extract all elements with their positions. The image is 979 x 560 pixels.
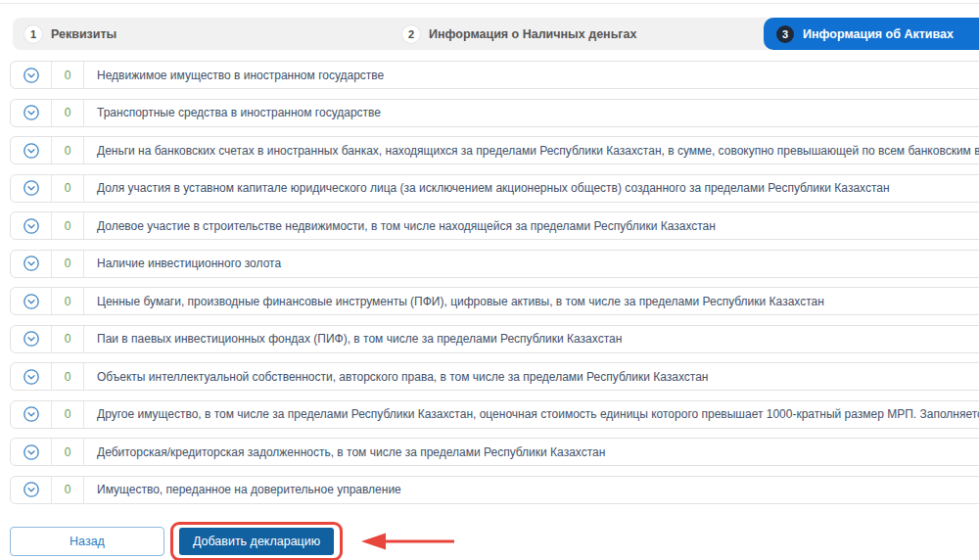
row-label: Объекты интеллектуальной собственности, … xyxy=(84,363,979,390)
chevron-down-circle-icon xyxy=(23,143,39,159)
expand-toggle[interactable] xyxy=(11,62,52,88)
chevron-down-circle-icon xyxy=(23,406,39,422)
steps-tabbar: 1 Реквизиты 2 Информация о Наличных день… xyxy=(13,18,979,50)
step-number-badge: 2 xyxy=(402,25,420,43)
expand-toggle[interactable] xyxy=(11,137,52,163)
row-count: 0 xyxy=(52,62,84,88)
expand-toggle[interactable] xyxy=(11,251,52,277)
asset-row: 0 Транспортные средства в иностранном го… xyxy=(10,99,979,127)
top-divider xyxy=(0,3,979,4)
chevron-down-circle-icon xyxy=(23,180,39,196)
tab-cash-info[interactable]: 2 Информация о Наличных деньгах xyxy=(395,18,644,50)
chevron-down-circle-icon xyxy=(23,331,39,347)
expand-toggle[interactable] xyxy=(11,100,52,126)
tab-label: Информация о Наличных деньгах xyxy=(429,27,636,41)
chevron-down-circle-icon xyxy=(23,294,39,309)
asset-row: 0 Дебиторская/кредиторская задолженность… xyxy=(10,438,979,466)
chevron-down-circle-icon xyxy=(23,256,39,271)
row-label: Другое имущество, в том числе за предела… xyxy=(84,401,979,428)
asset-row: 0 Долевое участие в строительстве недвиж… xyxy=(10,211,979,240)
expand-toggle[interactable] xyxy=(11,288,52,314)
asset-row: 0 Паи в паевых инвестиционных фондах (ПИ… xyxy=(10,325,979,353)
asset-row: 0 Недвижимое имущество в иностранном гос… xyxy=(10,61,979,89)
row-count: 0 xyxy=(52,212,84,239)
asset-row: 0 Деньги на банковских счетах в иностран… xyxy=(10,136,979,164)
asset-row: 0 Другое имущество, в том числе за преде… xyxy=(10,400,979,429)
chevron-down-circle-icon xyxy=(23,369,39,385)
row-count: 0 xyxy=(52,137,84,163)
expand-toggle[interactable] xyxy=(11,175,52,202)
expand-toggle[interactable] xyxy=(11,363,52,390)
row-label: Имущество, переданное на доверительное у… xyxy=(84,477,979,503)
annotation-highlight-box: Добавить декларацию xyxy=(170,522,343,560)
row-label: Наличие инвестиционного золота xyxy=(84,251,979,277)
row-label: Транспортные средства в иностранном госу… xyxy=(84,100,979,126)
row-count: 0 xyxy=(52,288,84,314)
row-count: 0 xyxy=(52,477,84,503)
chevron-down-circle-icon xyxy=(23,105,39,120)
tab-label: Реквизиты xyxy=(51,27,117,41)
chevron-down-circle-icon xyxy=(23,68,39,83)
footer-actions: Назад Добавить декларацию xyxy=(10,522,979,560)
row-count: 0 xyxy=(52,326,84,352)
row-label: Доля участия в уставном капитале юридиче… xyxy=(84,175,979,202)
step-number-badge: 1 xyxy=(24,25,42,43)
asset-row: 0 Доля участия в уставном капитале юриди… xyxy=(10,174,979,203)
assets-accordion-list: 0 Недвижимое имущество в иностранном гос… xyxy=(0,61,979,504)
tab-label: Информация об Активах xyxy=(803,27,954,41)
expand-toggle[interactable] xyxy=(11,326,52,352)
row-count: 0 xyxy=(52,175,84,202)
expand-toggle[interactable] xyxy=(11,439,52,465)
row-label: Недвижимое имущество в иностранном госуд… xyxy=(84,62,979,88)
row-label: Долевое участие в строительстве недвижим… xyxy=(84,212,979,239)
row-count: 0 xyxy=(52,100,84,126)
step-number-badge: 3 xyxy=(776,25,794,43)
row-count: 0 xyxy=(52,439,84,465)
asset-row: 0 Имущество, переданное на доверительное… xyxy=(10,476,979,504)
asset-row: 0 Наличие инвестиционного золота xyxy=(10,250,979,278)
add-declaration-button[interactable]: Добавить декларацию xyxy=(179,528,334,555)
chevron-down-circle-icon xyxy=(23,482,39,497)
chevron-down-circle-icon xyxy=(23,444,39,460)
chevron-down-circle-icon xyxy=(23,218,39,234)
asset-row: 0 Ценные бумаги, производные финансовые … xyxy=(10,287,979,315)
row-count: 0 xyxy=(52,251,84,277)
expand-toggle[interactable] xyxy=(11,212,52,239)
asset-row: 0 Объекты интеллектуальной собственности… xyxy=(10,362,979,391)
back-button[interactable]: Назад xyxy=(10,527,164,556)
expand-toggle[interactable] xyxy=(11,477,52,503)
declaration-form-page: 1 Реквизиты 2 Информация о Наличных день… xyxy=(0,3,979,560)
row-label: Ценные бумаги, производные финансовые ин… xyxy=(84,288,979,314)
tab-requisites[interactable]: 1 Реквизиты xyxy=(17,18,124,50)
expand-toggle[interactable] xyxy=(11,401,52,428)
annotation-arrow-icon xyxy=(360,530,458,553)
row-label: Дебиторская/кредиторская задолженность, … xyxy=(84,439,979,465)
tab-assets-info[interactable]: 3 Информация об Активах xyxy=(764,18,979,50)
row-count: 0 xyxy=(52,401,84,428)
row-label: Паи в паевых инвестиционных фондах (ПИФ)… xyxy=(84,326,979,352)
row-label: Деньги на банковских счетах в иностранны… xyxy=(84,137,979,163)
row-count: 0 xyxy=(52,363,84,390)
